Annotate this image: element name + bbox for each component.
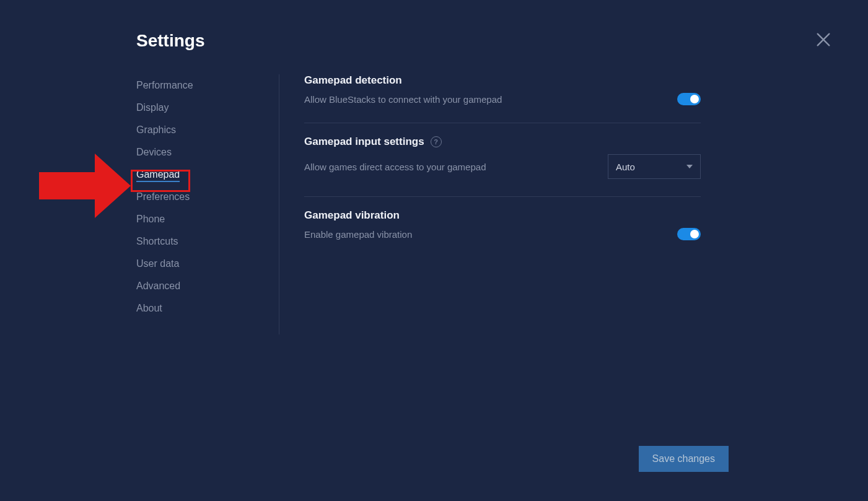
sidebar-item-shortcuts[interactable]: Shortcuts	[136, 230, 273, 253]
setting-desc-vibration: Enable gamepad vibration	[304, 229, 412, 240]
toggle-gamepad-detection[interactable]	[677, 93, 701, 105]
save-changes-button[interactable]: Save changes	[639, 446, 729, 472]
dropdown-gamepad-access[interactable]: Auto	[608, 154, 701, 179]
sidebar-item-performance[interactable]: Performance	[136, 74, 273, 97]
section-title-input: Gamepad input settings ?	[304, 136, 701, 148]
sidebar-item-user-data[interactable]: User data	[136, 253, 273, 275]
section-gamepad-detection: Gamepad detection Allow BlueStacks to co…	[304, 74, 701, 123]
setting-desc-detection: Allow BlueStacks to connect with your ga…	[304, 94, 502, 105]
section-title-vibration: Gamepad vibration	[304, 209, 701, 222]
section-title-detection: Gamepad detection	[304, 74, 701, 87]
sidebar-item-display[interactable]: Display	[136, 97, 273, 119]
setting-desc-input: Allow games direct access to your gamepa…	[304, 162, 486, 172]
section-gamepad-vibration: Gamepad vibration Enable gamepad vibrati…	[304, 209, 701, 258]
content-panel: Gamepad detection Allow BlueStacks to co…	[304, 74, 738, 334]
sidebar-item-devices[interactable]: Devices	[136, 141, 273, 163]
toggle-gamepad-vibration[interactable]	[677, 228, 701, 240]
dropdown-value: Auto	[616, 162, 635, 172]
chevron-down-icon	[686, 165, 693, 168]
sidebar-item-advanced[interactable]: Advanced	[136, 275, 273, 297]
sidebar-item-phone[interactable]: Phone	[136, 208, 273, 230]
sidebar-item-preferences[interactable]: Preferences	[136, 186, 273, 208]
page-title: Settings	[136, 31, 868, 51]
section-gamepad-input: Gamepad input settings ? Allow games dir…	[304, 136, 701, 197]
sidebar-item-about[interactable]: About	[136, 297, 273, 320]
sidebar-item-gamepad[interactable]: Gamepad	[136, 163, 273, 186]
help-icon[interactable]: ?	[431, 136, 442, 147]
sidebar: Performance Display Graphics Devices Gam…	[136, 74, 279, 334]
vertical-divider	[279, 74, 279, 334]
close-button[interactable]	[815, 31, 832, 48]
sidebar-item-graphics[interactable]: Graphics	[136, 119, 273, 141]
close-icon	[815, 31, 832, 48]
